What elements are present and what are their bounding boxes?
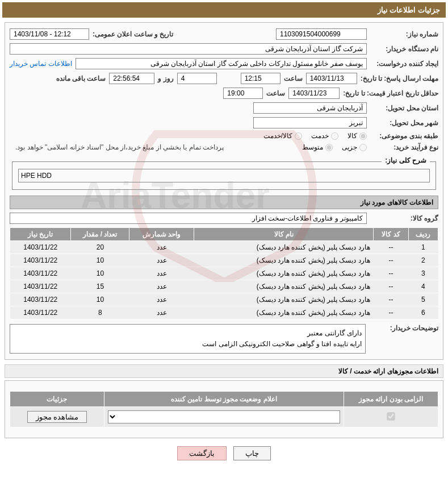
page-title: جزئیات اطلاعات نیاز: [2, 2, 446, 18]
cell-idx: 3: [408, 267, 438, 280]
radio-service-label: خدمت: [311, 132, 329, 140]
back-button[interactable]: بازگشت: [177, 446, 227, 460]
cell-qty: 20: [71, 241, 129, 254]
buyer-notes-box: دارای گارانتی معتبر ارایه تاییده افتا و …: [10, 324, 366, 354]
remain-days: 4: [177, 73, 217, 84]
cell-idx: 4: [408, 280, 438, 293]
radio-partial[interactable]: [359, 144, 367, 151]
category-radios: کالا خدمت کالا/خدمت: [263, 132, 367, 140]
th-date: تاریخ نیاز: [10, 228, 71, 241]
goods-group-label: گروه کالا:: [370, 214, 438, 222]
radio-kala[interactable]: [359, 132, 367, 140]
table-row: 6--هارد دیسک پلیر (پخش‌ کننده هارد دیسک)…: [10, 306, 438, 319]
table-row: 2--هارد دیسک پلیر (پخش‌ کننده هارد دیسک)…: [10, 254, 438, 267]
th-row: ردیف: [408, 228, 438, 241]
radio-both[interactable]: [295, 132, 302, 140]
deadline-send-label: مهلت ارسال پاسخ: تا تاریخ:: [361, 74, 438, 82]
saat-label-1: ساعت: [284, 74, 303, 82]
goods-section-title: اطلاعات کالاهای مورد نیاز: [10, 196, 438, 209]
cell-qty: 10: [71, 254, 129, 267]
requester-label: ایجاد کننده درخواست:: [370, 60, 438, 68]
radio-partial-label: جزیی: [342, 143, 357, 151]
min-valid-date: 1403/11/23: [288, 88, 340, 99]
license-table: الزامی بودن ارائه مجوز اعلام وضعیت مجوز …: [10, 391, 438, 427]
th-unit: واحد شمارش: [129, 228, 194, 241]
summary-value: HPE HDD: [18, 169, 430, 182]
table-row: 3--هارد دیسک پلیر (پخش‌ کننده هارد دیسک)…: [10, 267, 438, 280]
province-label: استان محل تحویل:: [370, 104, 438, 112]
cell-date: 1403/11/22: [10, 306, 71, 319]
cell-name: هارد دیسک پلیر (پخش‌ کننده هارد دیسک): [194, 306, 374, 319]
cell-date: 1403/11/22: [10, 241, 71, 254]
buyer-device-label: نام دستگاه خریدار:: [370, 45, 438, 53]
announce-value: 1403/11/08 - 12:12: [10, 28, 89, 40]
cell-qty: 10: [71, 267, 129, 280]
summary-box: شرح کلی نیاز: HPE HDD: [12, 161, 436, 190]
footer-buttons: چاپ بازگشت: [2, 441, 446, 466]
th-code: کد کالا: [374, 228, 409, 241]
buy-note: پرداخت تمام يا بخشي از مبلغ خريد،از محل …: [10, 143, 224, 151]
need-number-value: 1103091504000699: [276, 28, 367, 40]
cell-date: 1403/11/22: [10, 280, 71, 293]
radio-medium-label: متوسط: [302, 143, 323, 151]
cell-name: هارد دیسک پلیر (پخش‌ کننده هارد دیسک): [194, 254, 374, 267]
remain-time-label: ساعت باقی مانده: [56, 74, 106, 82]
license-required-checkbox[interactable]: [387, 412, 395, 420]
cell-unit: عدد: [129, 293, 194, 306]
cell-code: --: [374, 267, 409, 280]
buy-process-radios: جزیی متوسط: [302, 143, 367, 151]
th-lic-status: اعلام وضعیت مجوز توسط تامین کننده: [104, 392, 344, 407]
buy-process-label: نوع فرآیند خرید:: [370, 143, 438, 151]
city-value: تبریز: [253, 117, 367, 128]
license-section-title: اطلاعات مجوزهای ارائه خدمت / کالا: [5, 364, 443, 378]
cell-unit: عدد: [129, 267, 194, 280]
remain-days-label: روز و: [158, 74, 173, 82]
license-row: مشاهده مجوز: [10, 407, 438, 427]
buyer-note-line1: دارای گارانتی معتبر: [14, 328, 362, 339]
cell-unit: عدد: [129, 241, 194, 254]
radio-medium[interactable]: [325, 144, 333, 151]
remain-time: 22:56:54: [109, 73, 154, 84]
cell-unit: عدد: [129, 280, 194, 293]
radio-service[interactable]: [331, 132, 338, 140]
announce-label: تاریخ و ساعت اعلان عمومی:: [93, 30, 173, 38]
buyer-contact-link[interactable]: اطلاعات تماس خریدار: [10, 60, 72, 68]
buyer-notes-label: توضیحات خریدار:: [370, 324, 438, 332]
buyer-note-line2: ارایه تاییده افتا و گواهی صلاحیت الکترون…: [14, 339, 362, 350]
print-button[interactable]: چاپ: [233, 446, 271, 460]
table-row: 4--هارد دیسک پلیر (پخش‌ کننده هارد دیسک)…: [10, 280, 438, 293]
min-valid-label: حداقل تاریخ اعتبار قیمت: تا تاریخ:: [343, 89, 438, 97]
cell-idx: 2: [408, 254, 438, 267]
cell-date: 1403/11/22: [10, 293, 71, 306]
cell-unit: عدد: [129, 254, 194, 267]
radio-both-label: کالا/خدمت: [263, 132, 292, 140]
view-license-button[interactable]: مشاهده مجوز: [27, 411, 87, 423]
th-lic-required: الزامی بودن ارائه مجوز: [344, 392, 438, 407]
requester-value: یوسف صفر خانلو مسئول تدارکات داخلی شرکت …: [76, 58, 367, 69]
need-number-label: شماره نیاز:: [370, 30, 438, 38]
th-qty: تعداد / مقدار: [71, 228, 129, 241]
cell-qty: 10: [71, 293, 129, 306]
summary-legend: شرح کلی نیاز:: [382, 156, 430, 164]
cell-code: --: [374, 280, 409, 293]
cell-date: 1403/11/22: [10, 254, 71, 267]
city-label: شهر محل تحویل:: [370, 119, 438, 127]
min-valid-time: 19:00: [223, 88, 263, 99]
cell-name: هارد دیسک پلیر (پخش‌ کننده هارد دیسک): [194, 280, 374, 293]
license-status-select[interactable]: [108, 410, 340, 423]
cell-idx: 6: [408, 306, 438, 319]
radio-kala-label: کالا: [347, 132, 357, 140]
cell-code: --: [374, 306, 409, 319]
license-box: الزامی بودن ارائه مجوز اعلام وضعیت مجوز …: [5, 380, 443, 438]
goods-group-value: کامپیوتر و فناوری اطلاعات-سخت افزار: [10, 213, 367, 224]
cell-date: 1403/11/22: [10, 267, 71, 280]
buyer-device-value: شرکت گاز استان آذربایجان شرقی: [10, 43, 367, 55]
cell-qty: 15: [71, 280, 129, 293]
category-label: طبقه بندی موضوعی:: [370, 132, 438, 140]
deadline-send-date: 1403/11/13: [306, 73, 357, 84]
saat-label-2: ساعت: [266, 89, 285, 97]
cell-idx: 5: [408, 293, 438, 306]
table-row: 5--هارد دیسک پلیر (پخش‌ کننده هارد دیسک)…: [10, 293, 438, 306]
province-value: آذربایجان شرقی: [253, 102, 367, 114]
deadline-send-time: 12:15: [241, 73, 280, 84]
